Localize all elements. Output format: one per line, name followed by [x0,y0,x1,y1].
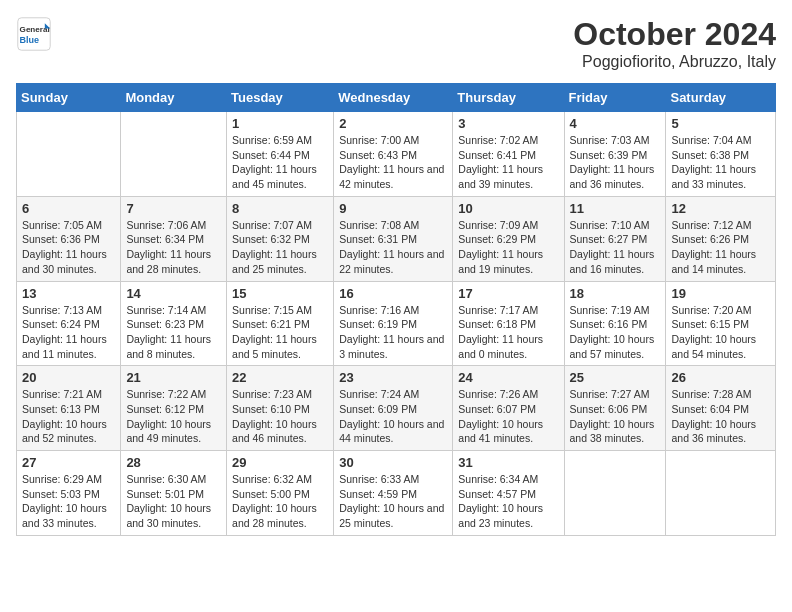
calendar-week-row: 13Sunrise: 7:13 AM Sunset: 6:24 PM Dayli… [17,281,776,366]
day-info: Sunrise: 6:32 AM Sunset: 5:00 PM Dayligh… [232,472,328,531]
day-number: 14 [126,286,221,301]
day-info: Sunrise: 7:24 AM Sunset: 6:09 PM Dayligh… [339,387,447,446]
day-info: Sunrise: 7:00 AM Sunset: 6:43 PM Dayligh… [339,133,447,192]
day-info: Sunrise: 7:23 AM Sunset: 6:10 PM Dayligh… [232,387,328,446]
col-header-saturday: Saturday [666,84,776,112]
col-header-sunday: Sunday [17,84,121,112]
day-info: Sunrise: 7:22 AM Sunset: 6:12 PM Dayligh… [126,387,221,446]
day-info: Sunrise: 7:13 AM Sunset: 6:24 PM Dayligh… [22,303,115,362]
day-info: Sunrise: 6:59 AM Sunset: 6:44 PM Dayligh… [232,133,328,192]
day-info: Sunrise: 7:19 AM Sunset: 6:16 PM Dayligh… [570,303,661,362]
day-number: 12 [671,201,770,216]
col-header-monday: Monday [121,84,227,112]
day-info: Sunrise: 7:16 AM Sunset: 6:19 PM Dayligh… [339,303,447,362]
day-number: 17 [458,286,558,301]
logo-icon: General Blue [16,16,52,52]
calendar-cell: 2Sunrise: 7:00 AM Sunset: 6:43 PM Daylig… [334,112,453,197]
day-number: 1 [232,116,328,131]
day-info: Sunrise: 7:15 AM Sunset: 6:21 PM Dayligh… [232,303,328,362]
day-number: 25 [570,370,661,385]
day-number: 5 [671,116,770,131]
calendar-week-row: 6Sunrise: 7:05 AM Sunset: 6:36 PM Daylig… [17,196,776,281]
day-info: Sunrise: 7:14 AM Sunset: 6:23 PM Dayligh… [126,303,221,362]
col-header-friday: Friday [564,84,666,112]
day-number: 30 [339,455,447,470]
day-info: Sunrise: 6:30 AM Sunset: 5:01 PM Dayligh… [126,472,221,531]
day-info: Sunrise: 7:02 AM Sunset: 6:41 PM Dayligh… [458,133,558,192]
day-number: 20 [22,370,115,385]
day-number: 21 [126,370,221,385]
day-info: Sunrise: 7:20 AM Sunset: 6:15 PM Dayligh… [671,303,770,362]
calendar-week-row: 27Sunrise: 6:29 AM Sunset: 5:03 PM Dayli… [17,451,776,536]
day-info: Sunrise: 7:09 AM Sunset: 6:29 PM Dayligh… [458,218,558,277]
calendar-cell: 29Sunrise: 6:32 AM Sunset: 5:00 PM Dayli… [227,451,334,536]
calendar-cell: 7Sunrise: 7:06 AM Sunset: 6:34 PM Daylig… [121,196,227,281]
calendar-cell [17,112,121,197]
day-info: Sunrise: 6:29 AM Sunset: 5:03 PM Dayligh… [22,472,115,531]
calendar-cell: 26Sunrise: 7:28 AM Sunset: 6:04 PM Dayli… [666,366,776,451]
calendar-cell: 8Sunrise: 7:07 AM Sunset: 6:32 PM Daylig… [227,196,334,281]
day-info: Sunrise: 7:10 AM Sunset: 6:27 PM Dayligh… [570,218,661,277]
calendar-body: 1Sunrise: 6:59 AM Sunset: 6:44 PM Daylig… [17,112,776,536]
day-number: 19 [671,286,770,301]
day-number: 27 [22,455,115,470]
calendar-cell: 19Sunrise: 7:20 AM Sunset: 6:15 PM Dayli… [666,281,776,366]
day-info: Sunrise: 7:07 AM Sunset: 6:32 PM Dayligh… [232,218,328,277]
calendar-cell: 22Sunrise: 7:23 AM Sunset: 6:10 PM Dayli… [227,366,334,451]
day-number: 23 [339,370,447,385]
calendar-cell: 16Sunrise: 7:16 AM Sunset: 6:19 PM Dayli… [334,281,453,366]
calendar-cell: 31Sunrise: 6:34 AM Sunset: 4:57 PM Dayli… [453,451,564,536]
location: Poggiofiorito, Abruzzo, Italy [573,53,776,71]
calendar-week-row: 1Sunrise: 6:59 AM Sunset: 6:44 PM Daylig… [17,112,776,197]
day-number: 6 [22,201,115,216]
day-info: Sunrise: 7:26 AM Sunset: 6:07 PM Dayligh… [458,387,558,446]
day-info: Sunrise: 6:33 AM Sunset: 4:59 PM Dayligh… [339,472,447,531]
logo: General Blue [16,16,56,52]
calendar-cell: 14Sunrise: 7:14 AM Sunset: 6:23 PM Dayli… [121,281,227,366]
day-number: 11 [570,201,661,216]
day-info: Sunrise: 7:27 AM Sunset: 6:06 PM Dayligh… [570,387,661,446]
title-block: October 2024 Poggiofiorito, Abruzzo, Ita… [573,16,776,71]
day-info: Sunrise: 7:03 AM Sunset: 6:39 PM Dayligh… [570,133,661,192]
calendar-cell: 20Sunrise: 7:21 AM Sunset: 6:13 PM Dayli… [17,366,121,451]
day-number: 3 [458,116,558,131]
day-info: Sunrise: 7:21 AM Sunset: 6:13 PM Dayligh… [22,387,115,446]
col-header-thursday: Thursday [453,84,564,112]
day-number: 15 [232,286,328,301]
day-number: 13 [22,286,115,301]
calendar-cell: 13Sunrise: 7:13 AM Sunset: 6:24 PM Dayli… [17,281,121,366]
calendar-cell: 10Sunrise: 7:09 AM Sunset: 6:29 PM Dayli… [453,196,564,281]
day-info: Sunrise: 7:06 AM Sunset: 6:34 PM Dayligh… [126,218,221,277]
calendar-cell: 15Sunrise: 7:15 AM Sunset: 6:21 PM Dayli… [227,281,334,366]
page-header: General Blue October 2024 Poggiofiorito,… [16,16,776,71]
month-title: October 2024 [573,16,776,53]
day-info: Sunrise: 7:05 AM Sunset: 6:36 PM Dayligh… [22,218,115,277]
calendar-cell: 12Sunrise: 7:12 AM Sunset: 6:26 PM Dayli… [666,196,776,281]
calendar-header-row: SundayMondayTuesdayWednesdayThursdayFrid… [17,84,776,112]
day-number: 29 [232,455,328,470]
calendar-cell: 17Sunrise: 7:17 AM Sunset: 6:18 PM Dayli… [453,281,564,366]
calendar-cell: 5Sunrise: 7:04 AM Sunset: 6:38 PM Daylig… [666,112,776,197]
calendar-cell: 4Sunrise: 7:03 AM Sunset: 6:39 PM Daylig… [564,112,666,197]
day-number: 31 [458,455,558,470]
day-number: 26 [671,370,770,385]
col-header-tuesday: Tuesday [227,84,334,112]
day-number: 18 [570,286,661,301]
calendar-cell [666,451,776,536]
day-info: Sunrise: 7:17 AM Sunset: 6:18 PM Dayligh… [458,303,558,362]
day-info: Sunrise: 7:08 AM Sunset: 6:31 PM Dayligh… [339,218,447,277]
day-number: 8 [232,201,328,216]
day-number: 2 [339,116,447,131]
day-info: Sunrise: 7:04 AM Sunset: 6:38 PM Dayligh… [671,133,770,192]
calendar-cell: 9Sunrise: 7:08 AM Sunset: 6:31 PM Daylig… [334,196,453,281]
day-number: 9 [339,201,447,216]
day-number: 16 [339,286,447,301]
calendar-cell: 11Sunrise: 7:10 AM Sunset: 6:27 PM Dayli… [564,196,666,281]
calendar-table: SundayMondayTuesdayWednesdayThursdayFrid… [16,83,776,536]
calendar-week-row: 20Sunrise: 7:21 AM Sunset: 6:13 PM Dayli… [17,366,776,451]
day-number: 28 [126,455,221,470]
calendar-cell: 1Sunrise: 6:59 AM Sunset: 6:44 PM Daylig… [227,112,334,197]
calendar-cell: 21Sunrise: 7:22 AM Sunset: 6:12 PM Dayli… [121,366,227,451]
calendar-cell [564,451,666,536]
calendar-cell: 3Sunrise: 7:02 AM Sunset: 6:41 PM Daylig… [453,112,564,197]
